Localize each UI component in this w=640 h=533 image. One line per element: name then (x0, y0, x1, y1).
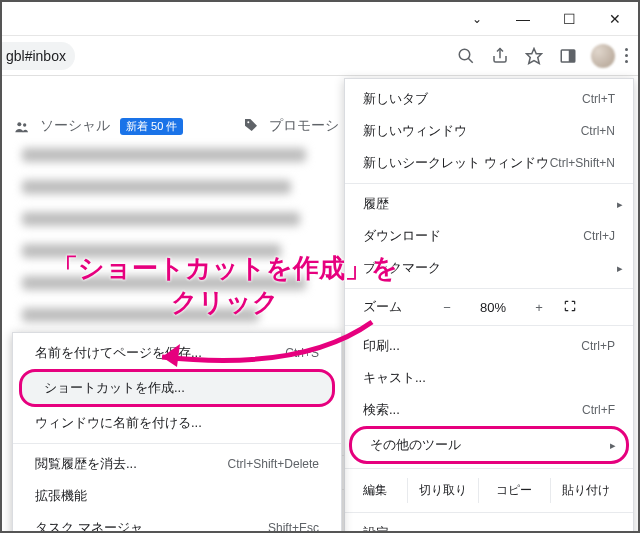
menu-incognito[interactable]: 新しいシークレット ウィンドウCtrl+Shift+N (345, 147, 633, 179)
menu-print[interactable]: 印刷...Ctrl+P (345, 330, 633, 362)
sidepanel-icon[interactable] (551, 39, 585, 73)
svg-marker-3 (527, 48, 542, 63)
window-titlebar: ⌄ — ☐ ✕ (2, 2, 638, 36)
submenu-clear-history[interactable]: 閲覧履歴を消去...Ctrl+Shift+Delete (13, 448, 341, 480)
tab-promo[interactable]: プロモーシ (269, 117, 339, 135)
menu-history[interactable]: 履歴 (345, 188, 633, 220)
edit-paste[interactable]: 貼り付け (550, 478, 621, 503)
zoom-icon[interactable] (449, 39, 483, 73)
menu-downloads[interactable]: ダウンロードCtrl+J (345, 220, 633, 252)
tag-icon (243, 117, 259, 136)
edit-copy[interactable]: コピー (478, 478, 549, 503)
fullscreen-icon[interactable] (563, 299, 577, 316)
profile-avatar[interactable] (591, 44, 615, 68)
annotation-callout: 「ショートカットを作成」を クリック (52, 252, 398, 320)
svg-rect-6 (570, 50, 575, 62)
omnibox[interactable]: gbl#inbox (2, 42, 75, 70)
menu-settings[interactable]: 設定 (345, 517, 633, 533)
browser-toolbar: gbl#inbox (2, 36, 638, 76)
zoom-in-button[interactable]: + (525, 300, 553, 315)
close-button[interactable]: ✕ (592, 2, 638, 36)
menu-new-window[interactable]: 新しいウィンドウCtrl+N (345, 115, 633, 147)
submenu-create-shortcut[interactable]: ショートカットを作成... (19, 369, 335, 407)
edit-label: 編集 (357, 482, 407, 499)
bookmark-star-icon[interactable] (517, 39, 551, 73)
submenu-save-page[interactable]: 名前を付けてページを保存...Ctrl+S (13, 337, 341, 369)
menu-cast[interactable]: キャスト... (345, 362, 633, 394)
chevron-down-icon[interactable]: ⌄ (454, 2, 500, 36)
svg-point-8 (23, 123, 26, 126)
menu-edit-row: 編集 切り取り コピー 貼り付け (345, 473, 633, 508)
tab-social[interactable]: ソーシャル (40, 117, 110, 135)
menu-find[interactable]: 検索...Ctrl+F (345, 394, 633, 426)
submenu-name-window[interactable]: ウィンドウに名前を付ける... (13, 407, 341, 439)
more-tools-submenu: 名前を付けてページを保存...Ctrl+S ショートカットを作成... ウィンド… (12, 332, 342, 533)
share-icon[interactable] (483, 39, 517, 73)
zoom-out-button[interactable]: − (433, 300, 461, 315)
menu-kebab-icon[interactable] (621, 48, 638, 63)
svg-line-1 (468, 58, 473, 63)
svg-point-0 (459, 49, 470, 60)
minimize-button[interactable]: — (500, 2, 546, 36)
submenu-extensions[interactable]: 拡張機能 (13, 480, 341, 512)
maximize-button[interactable]: ☐ (546, 2, 592, 36)
menu-new-tab[interactable]: 新しいタブCtrl+T (345, 83, 633, 115)
svg-point-9 (248, 121, 250, 123)
svg-point-7 (17, 122, 21, 126)
social-badge: 新着 50 件 (120, 118, 183, 135)
zoom-value: 80% (471, 300, 515, 315)
submenu-task-manager[interactable]: タスク マネージャShift+Esc (13, 512, 341, 533)
people-icon (12, 119, 30, 133)
menu-more-tools[interactable]: その他のツール (349, 426, 629, 464)
edit-cut[interactable]: 切り取り (407, 478, 478, 503)
